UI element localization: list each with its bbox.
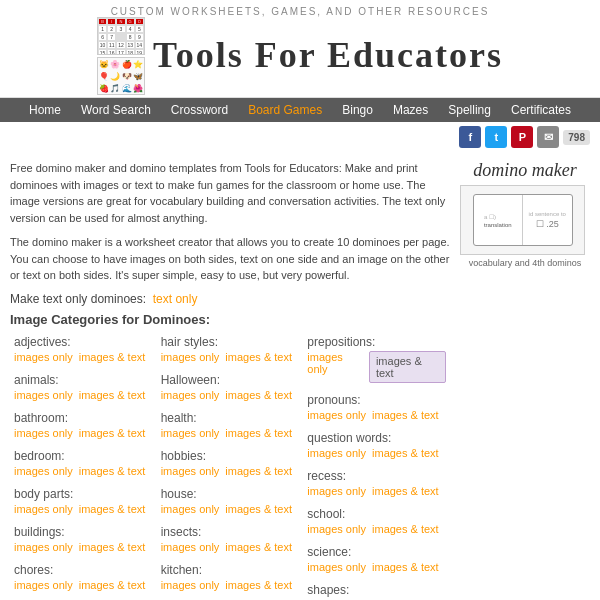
categories-title: Image Categories for Dominoes: [10,312,450,327]
images-only-link[interactable]: images only [14,579,73,591]
images-only-link[interactable]: images only [14,503,73,515]
bingo-preview: B I N G O 123 45 67 89 101112 1314 15161… [97,17,145,55]
list-item: hair styles: images only images & text [161,335,300,363]
list-item: insects: images only images & text [161,525,300,553]
images-only-link[interactable]: images only [161,541,220,553]
images-only-link[interactable]: images only [161,465,220,477]
list-item: buildings: images only images & text [14,525,153,553]
list-item: school: images only images & text [307,507,446,535]
domino-card: a ☐) translation id sentence to ☐ .25 [473,194,573,246]
list-item: Halloween: images only images & text [161,373,300,401]
list-item: house: images only images & text [161,487,300,515]
images-text-link[interactable]: images & text [79,541,146,553]
nav-certificates[interactable]: Certificates [501,98,581,122]
list-item: animals: images only images & text [14,373,153,401]
domino-right: id sentence to ☐ .25 [523,195,572,245]
email-button[interactable]: ✉ [537,126,559,148]
list-item: question words: images only images & tex… [307,431,446,459]
highlighted-link[interactable]: images & text [369,351,446,383]
social-bar: f t P ✉ 798 [0,122,600,152]
list-item: science: images only images & text [307,545,446,573]
images-text-link[interactable]: images & text [372,409,439,421]
sidebar-caption: vocabulary and 4th dominos [460,258,590,268]
main-nav: Home Word Search Crossword Board Games B… [0,98,600,122]
images-text-link[interactable]: images & text [372,485,439,497]
list-item: kitchen: images only images & text [161,563,300,591]
categories-grid: adjectives: images only images & text an… [10,335,450,601]
images-text-link[interactable]: images & text [372,447,439,459]
cat-col-2: hair styles: images only images & text H… [157,335,304,601]
sidebar: domino maker a ☐) translation id sentenc… [460,160,590,600]
make-text-label: Make text only dominoes: [10,292,146,306]
images-text-link[interactable]: images & text [372,523,439,535]
list-item: hobbies: images only images & text [161,449,300,477]
images-only-link[interactable]: images only [14,465,73,477]
nav-mazes[interactable]: Mazes [383,98,438,122]
nav-home[interactable]: Home [19,98,71,122]
images-text-link[interactable]: images & text [79,427,146,439]
images-text-link[interactable]: images & text [225,579,292,591]
images-only-link[interactable]: images only [161,351,220,363]
domino-preview: a ☐) translation id sentence to ☐ .25 [460,185,585,255]
images-only-link[interactable]: images only [307,561,366,573]
nav-spelling[interactable]: Spelling [438,98,501,122]
images-only-link[interactable]: images only [307,485,366,497]
list-item: prepositions: images only images & text [307,335,446,383]
site-logo: Tools for Educators [153,36,503,76]
domino-maker-logo: domino maker [460,160,590,181]
images-only-link[interactable]: images only [161,503,220,515]
text-only-link[interactable]: text only [153,292,198,306]
icon-sheet: 🐱🌸 🍎⭐ 🎈🌙 🐶🦋 🍓🎵 🌊🌺 [97,57,145,95]
content-area: Free domino maker and domino templates f… [10,160,450,600]
images-text-link[interactable]: images & text [79,465,146,477]
intro-paragraph-2: The domino maker is a worksheet creator … [10,234,450,284]
nav-board-games[interactable]: Board Games [238,98,332,122]
domino-left: a ☐) translation [474,195,524,245]
subtitle: Custom Worksheets, Games, and Other Reso… [0,6,600,17]
facebook-button[interactable]: f [459,126,481,148]
images-text-link[interactable]: images & text [225,541,292,553]
images-text-link[interactable]: images & text [79,389,146,401]
list-item: bathroom: images only images & text [14,411,153,439]
share-count: 798 [563,130,590,145]
nav-bingo[interactable]: Bingo [332,98,383,122]
pinterest-button[interactable]: P [511,126,533,148]
images-text-link[interactable]: images & text [225,503,292,515]
images-text-link[interactable]: images & text [372,561,439,573]
top-banner: Custom Worksheets, Games, and Other Reso… [0,0,600,98]
main-content: Free domino maker and domino templates f… [0,152,600,600]
cat-col-3: prepositions: images only images & text … [303,335,450,601]
images-only-link[interactable]: images only [307,409,366,421]
list-item: bedroom: images only images & text [14,449,153,477]
images-text-link[interactable]: images & text [79,579,146,591]
list-item: pronouns: images only images & text [307,393,446,421]
nav-word-search[interactable]: Word Search [71,98,161,122]
images-only-link[interactable]: images only [14,541,73,553]
images-only-link[interactable]: images only [14,427,73,439]
images-only-link[interactable]: images only [307,351,363,383]
images-text-link[interactable]: images & text [79,503,146,515]
images-text-link[interactable]: images & text [225,389,292,401]
list-item: shapes: images only images & text [307,583,446,601]
nav-crossword[interactable]: Crossword [161,98,238,122]
make-text-line: Make text only dominoes: text only [10,292,450,306]
images-only-link[interactable]: images only [161,389,220,401]
images-only-link[interactable]: images only [307,447,366,459]
cat-col-1: adjectives: images only images & text an… [10,335,157,601]
images-only-link[interactable]: images only [307,523,366,535]
list-item: chores: images only images & text [14,563,153,591]
images-only-link[interactable]: images only [14,351,73,363]
list-item: health: images only images & text [161,411,300,439]
images-text-link[interactable]: images & text [225,465,292,477]
images-text-link[interactable]: images & text [79,351,146,363]
list-item: adjectives: images only images & text [14,335,153,363]
images-only-link[interactable]: images only [14,389,73,401]
intro-paragraph-1: Free domino maker and domino templates f… [10,160,450,226]
images-text-link[interactable]: images & text [225,351,292,363]
list-item: recess: images only images & text [307,469,446,497]
list-item: body parts: images only images & text [14,487,153,515]
images-only-link[interactable]: images only [161,579,220,591]
twitter-button[interactable]: t [485,126,507,148]
images-text-link[interactable]: images & text [225,427,292,439]
images-only-link[interactable]: images only [161,427,220,439]
